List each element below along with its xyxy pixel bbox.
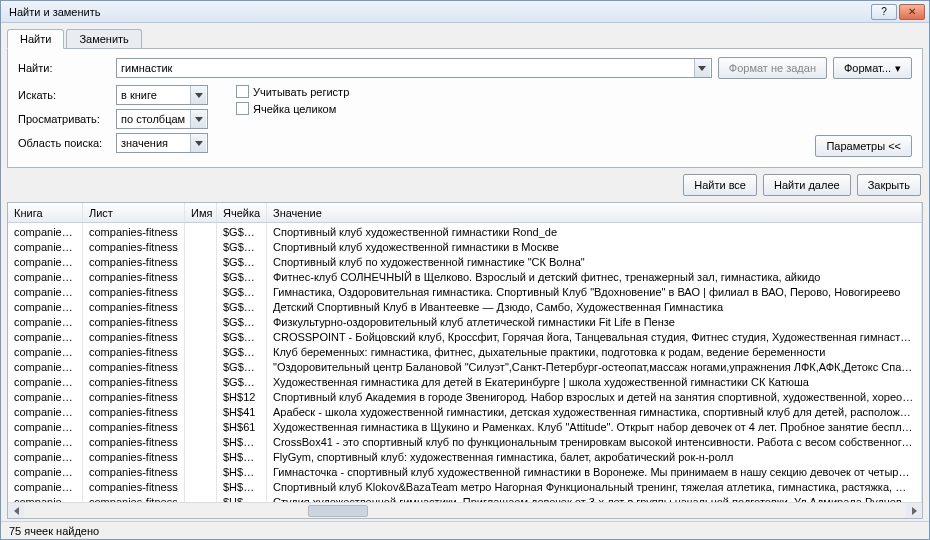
- format-button[interactable]: Формат...▾: [833, 57, 912, 79]
- cell-name: [185, 253, 217, 268]
- cell-value: Художественная гимнастика в Щукино и Рам…: [267, 418, 922, 433]
- cell-name: [185, 373, 217, 388]
- find-all-button[interactable]: Найти все: [683, 174, 757, 196]
- cell-value: Клуб беременных: гимнастика, фитнес, дых…: [267, 343, 922, 358]
- cell-book: companies.xlsx: [8, 268, 83, 283]
- cell-sheet: companies-fitness: [83, 493, 185, 502]
- tab-replace-label: Заменить: [79, 33, 128, 45]
- cell-address: $G$840: [217, 238, 267, 253]
- cell-sheet: companies-fitness: [83, 283, 185, 298]
- lookin-select[interactable]: значения: [116, 133, 208, 153]
- cell-sheet: companies-fitness: [83, 373, 185, 388]
- action-row: Найти все Найти далее Закрыть: [1, 168, 929, 202]
- close-button[interactable]: Закрыть: [857, 174, 921, 196]
- cell-address: $G$862: [217, 268, 267, 283]
- result-row[interactable]: companies.xlsxcompanies-fitness$H$12Спор…: [8, 388, 922, 403]
- cell-name: [185, 493, 217, 502]
- cell-address: $G$842: [217, 253, 267, 268]
- column-sheet[interactable]: Лист: [83, 203, 185, 222]
- find-input[interactable]: гимнастик: [116, 58, 712, 78]
- cell-name: [185, 403, 217, 418]
- cell-value: Физкультурно-оздоровительный клуб атлети…: [267, 313, 922, 328]
- cell-address: $G$809: [217, 223, 267, 238]
- cell-address: $H$234: [217, 493, 267, 502]
- cell-value: Спортивный клуб по художественной гимнас…: [267, 253, 922, 268]
- cell-sheet: companies-fitness: [83, 238, 185, 253]
- result-row[interactable]: companies.xlsxcompanies-fitness$G$930Гим…: [8, 283, 922, 298]
- cell-value: FlyGym, спортивный клуб: художественная …: [267, 448, 922, 463]
- result-row[interactable]: companies.xlsxcompanies-fitness$G$958Дет…: [8, 298, 922, 313]
- result-row[interactable]: companies.xlsxcompanies-fitness$G$1690Кл…: [8, 343, 922, 358]
- cell-value: Студия художественной гимнастики. Пригла…: [267, 493, 922, 502]
- tab-find[interactable]: Найти: [7, 29, 64, 49]
- find-input-value: гимнастик: [121, 62, 172, 74]
- scroll-right-arrow[interactable]: [906, 503, 922, 519]
- cell-address: $G$1690: [217, 343, 267, 358]
- cell-value: "Оздоровительный центр Балановой "Силуэт…: [267, 358, 922, 373]
- cell-value: Спортивный клуб художественной гимнастик…: [267, 223, 922, 238]
- triangle-right-icon: [912, 507, 917, 515]
- column-book[interactable]: Книга: [8, 203, 83, 222]
- result-row[interactable]: companies.xlsxcompanies-fitness$G$2312Ху…: [8, 373, 922, 388]
- cell-name: [185, 463, 217, 478]
- options-toggle-button[interactable]: Параметры <<: [815, 135, 912, 157]
- help-button[interactable]: ?: [871, 4, 897, 20]
- result-row[interactable]: companies.xlsxcompanies-fitness$G$1466Фи…: [8, 313, 922, 328]
- column-value[interactable]: Значение: [267, 203, 922, 222]
- cell-sheet: companies-fitness: [83, 478, 185, 493]
- result-row[interactable]: companies.xlsxcompanies-fitness$G$842Спо…: [8, 253, 922, 268]
- cell-name: [185, 298, 217, 313]
- result-row[interactable]: companies.xlsxcompanies-fitness$H$41Араб…: [8, 403, 922, 418]
- match-case-checkbox[interactable]: Учитывать регистр: [236, 85, 349, 98]
- cell-book: companies.xlsx: [8, 343, 83, 358]
- cell-name: [185, 238, 217, 253]
- cell-value: CrossBox41 - это спортивный клуб по функ…: [267, 433, 922, 448]
- horizontal-scrollbar[interactable]: [8, 502, 922, 518]
- cell-sheet: companies-fitness: [83, 403, 185, 418]
- result-row[interactable]: companies.xlsxcompanies-fitness$G$1566CR…: [8, 328, 922, 343]
- tab-replace[interactable]: Заменить: [66, 29, 141, 48]
- cell-name: [185, 223, 217, 238]
- direction-label: Просматривать:: [18, 113, 110, 125]
- triangle-left-icon: [14, 507, 19, 515]
- cell-address: $H$187: [217, 463, 267, 478]
- scope-label: Искать:: [18, 89, 110, 101]
- titlebar: Найти и заменить ? ✕: [1, 1, 929, 23]
- result-row[interactable]: companies.xlsxcompanies-fitness$H$172Fly…: [8, 448, 922, 463]
- status-bar: 75 ячеек найдено: [1, 521, 929, 539]
- result-row[interactable]: companies.xlsxcompanies-fitness$H$234Сту…: [8, 493, 922, 502]
- column-name[interactable]: Имя: [185, 203, 217, 222]
- result-row[interactable]: companies.xlsxcompanies-fitness$G$809Спо…: [8, 223, 922, 238]
- scroll-left-arrow[interactable]: [8, 503, 24, 519]
- window-close-button[interactable]: ✕: [899, 4, 925, 20]
- find-history-dropdown[interactable]: [694, 59, 710, 77]
- cell-sheet: companies-fitness: [83, 343, 185, 358]
- find-all-label: Найти все: [694, 179, 746, 191]
- options-toggle-label: Параметры <<: [826, 140, 901, 152]
- cell-address: $G$1771: [217, 358, 267, 373]
- cell-name: [185, 343, 217, 358]
- result-row[interactable]: companies.xlsxcompanies-fitness$G$1771"О…: [8, 358, 922, 373]
- cell-address: $G$958: [217, 298, 267, 313]
- lookin-label: Область поиска:: [18, 137, 110, 149]
- cell-sheet: companies-fitness: [83, 433, 185, 448]
- direction-select[interactable]: по столбцам: [116, 109, 208, 129]
- result-row[interactable]: companies.xlsxcompanies-fitness$H$233Спо…: [8, 478, 922, 493]
- scroll-thumb[interactable]: [308, 505, 368, 517]
- find-next-button[interactable]: Найти далее: [763, 174, 851, 196]
- result-row[interactable]: companies.xlsxcompanies-fitness$G$840Спо…: [8, 238, 922, 253]
- cell-sheet: companies-fitness: [83, 448, 185, 463]
- result-row[interactable]: companies.xlsxcompanies-fitness$G$862Фит…: [8, 268, 922, 283]
- cell-value: Детский Спортивный Клуб в Ивантеевке — Д…: [267, 298, 922, 313]
- results-body[interactable]: companies.xlsxcompanies-fitness$G$809Спо…: [8, 223, 922, 502]
- result-row[interactable]: companies.xlsxcompanies-fitness$H$187Гим…: [8, 463, 922, 478]
- result-row[interactable]: companies.xlsxcompanies-fitness$H$105Cro…: [8, 433, 922, 448]
- format-status-label: Формат не задан: [729, 62, 816, 74]
- lookin-value: значения: [121, 137, 168, 149]
- result-row[interactable]: companies.xlsxcompanies-fitness$H$61Худо…: [8, 418, 922, 433]
- cell-address: $H$172: [217, 448, 267, 463]
- scope-select[interactable]: в книге: [116, 85, 208, 105]
- column-cell[interactable]: Ячейка: [217, 203, 267, 222]
- whole-cell-checkbox[interactable]: Ячейка целиком: [236, 102, 349, 115]
- search-panel: Найти: гимнастик Формат не задан Формат.…: [7, 48, 923, 168]
